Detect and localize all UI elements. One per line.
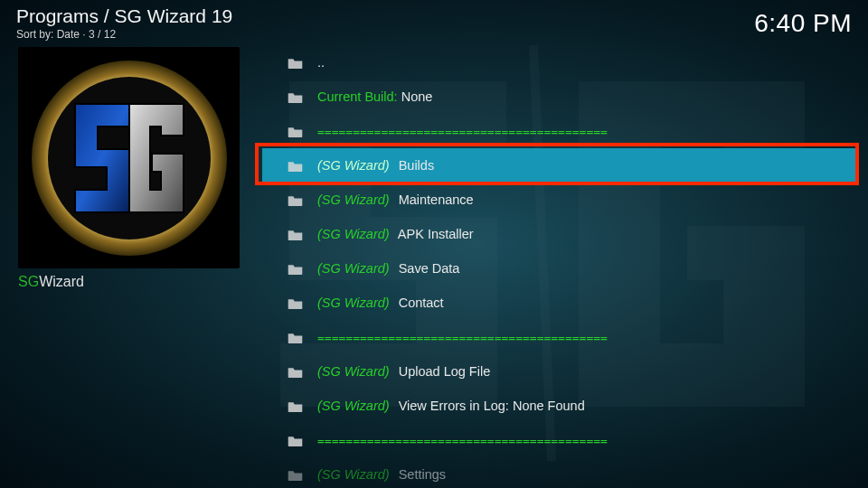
entry-label: View Errors in Log: None Found — [395, 399, 585, 413]
list-row[interactable]: ========================================… — [262, 320, 859, 354]
menu-list[interactable]: ..Current Build: None===================… — [262, 45, 859, 488]
folder-icon — [288, 332, 303, 343]
list-row[interactable]: .. — [262, 45, 859, 80]
list-row[interactable]: (SG Wizard) Settings — [262, 457, 859, 488]
header: Programs / SG Wizard 19 Sort by: Date · … — [16, 5, 852, 41]
folder-icon — [288, 160, 303, 172]
entry-prefix: (SG Wizard) — [317, 158, 390, 173]
list-row[interactable]: (SG Wizard) Contact — [262, 286, 859, 320]
folder-icon — [288, 263, 303, 275]
parent-dir-label: .. — [317, 55, 325, 70]
addon-name-label: SGWizard — [18, 274, 240, 290]
entry-label: Maintenance — [395, 192, 474, 207]
folder-icon — [288, 366, 303, 378]
folder-icon — [288, 435, 303, 446]
entry-prefix: (SG Wizard) — [317, 261, 390, 276]
sidebar: SGWizard — [18, 47, 240, 290]
entry-prefix: (SG Wizard) — [317, 227, 390, 241]
separator-line: ========================================… — [317, 434, 608, 447]
entry-label: APK Installer — [395, 227, 474, 241]
addon-thumbnail — [18, 47, 240, 268]
entry-prefix: (SG Wizard) — [317, 467, 390, 482]
folder-icon — [288, 126, 303, 137]
status-plain: None — [398, 89, 433, 104]
folder-icon — [288, 297, 303, 309]
list-row[interactable]: (SG Wizard) Save Data — [262, 251, 859, 286]
entry-prefix: (SG Wizard) — [317, 192, 390, 207]
addon-name-wizard: Wizard — [39, 274, 84, 289]
breadcrumb: Programs / SG Wizard 19 — [16, 5, 232, 27]
folder-icon — [288, 229, 303, 240]
separator-line: ========================================… — [317, 125, 608, 138]
addon-name-sg: SG — [18, 274, 39, 289]
folder-icon — [288, 400, 303, 412]
entry-prefix: (SG Wizard) — [317, 364, 390, 379]
list-row[interactable]: (SG Wizard) Builds — [262, 148, 859, 183]
entry-label: Save Data — [395, 261, 460, 276]
folder-icon — [288, 194, 303, 206]
separator-line: ========================================… — [317, 331, 608, 344]
list-row[interactable]: ========================================… — [262, 423, 859, 457]
sort-by-line: Sort by: Date · 3 / 12 — [16, 28, 232, 41]
list-row[interactable]: (SG Wizard) View Errors in Log: None Fou… — [262, 389, 859, 423]
entry-prefix: (SG Wizard) — [317, 399, 390, 413]
list-row[interactable]: ========================================… — [262, 114, 859, 148]
status-green: Current Build: — [317, 89, 398, 104]
entry-label: Contact — [395, 296, 444, 310]
list-row[interactable]: (SG Wizard) APK Installer — [262, 217, 859, 251]
folder-icon — [288, 469, 303, 481]
entry-prefix: (SG Wizard) — [317, 296, 390, 310]
list-row[interactable]: (SG Wizard) Upload Log File — [262, 354, 859, 389]
clock: 6:40 PM — [754, 9, 852, 38]
entry-label: Settings — [395, 467, 446, 482]
list-row[interactable]: Current Build: None — [262, 80, 859, 114]
folder-icon — [288, 91, 303, 103]
entry-label: Upload Log File — [395, 364, 491, 379]
folder-icon — [288, 57, 303, 69]
entry-label: Builds — [395, 158, 435, 173]
list-row[interactable]: (SG Wizard) Maintenance — [262, 183, 859, 217]
